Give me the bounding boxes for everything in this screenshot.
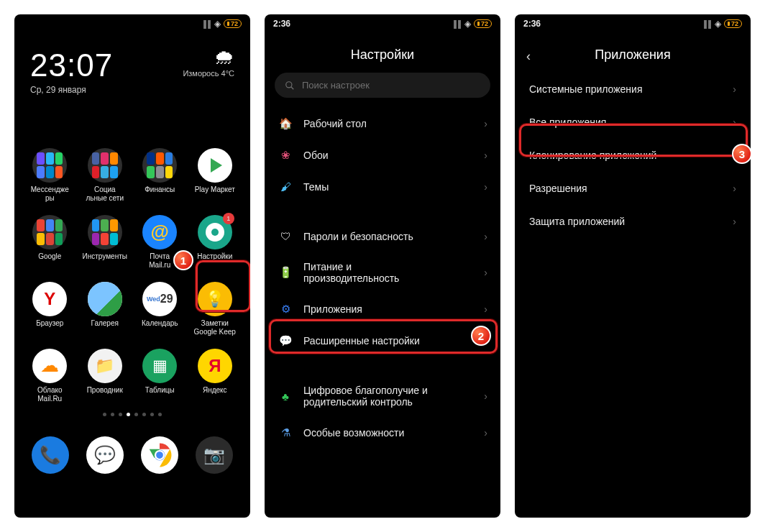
app-yandex[interactable]: Яндекс: [191, 349, 239, 403]
status-time: 2:36: [273, 19, 290, 29]
clock-time: 23:07: [30, 47, 113, 83]
settings-row[interactable]: ⚗Особые возможности›: [265, 417, 500, 449]
row-label: Клонирование приложений: [529, 150, 656, 161]
folder-icon: [88, 349, 122, 383]
apps-row[interactable]: Разрешения›: [515, 172, 751, 205]
apps-row[interactable]: Системные приложения›: [515, 73, 751, 106]
apps-row[interactable]: Клонирование приложений›: [515, 139, 751, 172]
row-label: Цифровое благополучие и родительский кон…: [303, 385, 474, 408]
settings-row[interactable]: 💬Расширенные настройки›: [265, 325, 500, 357]
search-placeholder: Поиск настроек: [302, 80, 370, 91]
chevron-right-icon: ›: [733, 216, 736, 227]
yandex-browser-icon: [32, 282, 67, 316]
apps-row[interactable]: Защита приложений›: [515, 205, 751, 238]
settings-row[interactable]: 🖌Темы›: [265, 171, 500, 202]
weather-label: Изморось 4°C: [183, 69, 234, 78]
row-label: Все приложения: [529, 116, 606, 128]
chevron-right-icon: ›: [733, 83, 736, 95]
wifi-icon: ◈: [214, 19, 221, 29]
gear-icon: 1: [198, 215, 232, 249]
chevron-right-icon: ›: [484, 231, 487, 242]
settings-row[interactable]: ❀Обои›: [265, 139, 500, 171]
row-icon: 🛡: [278, 230, 293, 242]
settings-row[interactable]: ⚙Приложения›: [265, 293, 500, 325]
row-label: Системные приложения: [529, 83, 643, 95]
app-file-manager[interactable]: Проводник: [81, 349, 129, 403]
gallery-icon: [88, 282, 122, 316]
weather-icon: 🌧: [183, 47, 234, 68]
row-label: Темы: [303, 181, 474, 193]
mailru-icon: [142, 215, 177, 249]
app-yandex-browser[interactable]: Браузер: [26, 282, 74, 336]
status-bar: 2:36 ‖‖ ◈ 72: [265, 14, 500, 33]
row-icon: ⚗: [278, 426, 293, 439]
yandex-icon: [198, 349, 232, 383]
svg-point-3: [286, 81, 292, 87]
settings-row[interactable]: 🛡Пароли и безопасность›: [265, 221, 500, 252]
search-icon: [285, 81, 295, 91]
home-screen: ‖‖ ◈ 72 23:07 Ср, 29 января 🌧 Изморось 4…: [14, 14, 250, 518]
callout-bubble-1: 1: [173, 250, 193, 270]
settings-search[interactable]: Поиск настроек: [275, 73, 490, 98]
weather-widget[interactable]: 🌧 Изморось 4°C: [183, 47, 234, 78]
app-cloud-mailru[interactable]: Облако Mail.Ru: [26, 349, 74, 403]
chevron-right-icon: ›: [484, 181, 487, 193]
callout-bubble-2: 2: [471, 326, 491, 346]
status-bar: 2:36 ‖‖ ◈ 72: [515, 14, 751, 33]
app-calendar[interactable]: Wed29 Календарь: [136, 282, 184, 336]
folder-tools[interactable]: Инструменты: [81, 215, 129, 269]
row-icon: ❀: [278, 149, 293, 162]
app-settings[interactable]: 1 Настройки: [191, 215, 239, 269]
row-label: Рабочий стол: [303, 118, 474, 129]
row-label: Расширенные настройки: [303, 335, 474, 347]
keep-icon: [198, 282, 232, 316]
signal-icon: ‖‖: [203, 19, 211, 29]
page-title: Настройки: [265, 33, 500, 73]
wifi-icon: ◈: [464, 19, 471, 29]
row-label: Особые возможности: [303, 427, 474, 439]
battery-icon: 72: [474, 19, 492, 28]
app-keep[interactable]: Заметки Google Keep: [191, 282, 239, 336]
folder-messengers[interactable]: Мессендже ры: [26, 148, 74, 202]
row-icon: 💬: [278, 334, 293, 347]
page-title: ‹ Приложения: [515, 33, 751, 73]
folder-finance[interactable]: Финансы: [136, 148, 184, 202]
row-label: Питание и производительность: [303, 261, 474, 284]
status-time: 2:36: [523, 19, 541, 29]
apps-row[interactable]: Все приложения›: [515, 106, 751, 139]
row-icon: 🏠: [278, 117, 293, 130]
row-label: Защита приложений: [529, 216, 625, 227]
app-play-store[interactable]: Play Маркет: [191, 148, 239, 202]
clock-widget[interactable]: 23:07 Ср, 29 января: [30, 47, 113, 95]
dock-chrome[interactable]: [141, 436, 178, 474]
row-icon: 🖌: [278, 180, 293, 193]
chevron-right-icon: ›: [484, 150, 487, 161]
dock-messages[interactable]: [86, 436, 124, 474]
svg-line-4: [291, 86, 294, 89]
app-sheets[interactable]: Таблицы: [136, 349, 184, 403]
row-icon: ⚙: [278, 303, 293, 316]
row-label: Обои: [303, 150, 474, 161]
dock-phone[interactable]: [32, 436, 69, 474]
cloud-icon: [32, 349, 67, 383]
page-indicator[interactable]: [14, 413, 250, 416]
app-gallery[interactable]: Галерея: [81, 282, 129, 336]
svg-point-2: [155, 451, 164, 459]
settings-screen: 2:36 ‖‖ ◈ 72 Настройки Поиск настроек 🏠Р…: [265, 14, 500, 518]
settings-badge: 1: [223, 213, 234, 224]
dock-camera[interactable]: [196, 436, 233, 474]
folder-social[interactable]: Социа льные сети: [81, 148, 129, 202]
callout-bubble-3: 3: [732, 144, 751, 164]
settings-row[interactable]: ♣Цифровое благополучие и родительский ко…: [265, 375, 500, 417]
folder-google[interactable]: Google: [26, 215, 74, 269]
chevron-right-icon: ›: [484, 390, 487, 402]
chevron-right-icon: ›: [733, 116, 736, 128]
back-button[interactable]: ‹: [526, 49, 531, 64]
dock: [14, 436, 250, 478]
play-store-icon: [198, 148, 232, 183]
signal-icon: ‖‖: [453, 19, 462, 29]
settings-row[interactable]: 🏠Рабочий стол›: [265, 108, 500, 139]
row-icon: 🔋: [278, 266, 293, 279]
settings-row[interactable]: 🔋Питание и производительность›: [265, 252, 500, 293]
row-label: Приложения: [303, 303, 474, 315]
